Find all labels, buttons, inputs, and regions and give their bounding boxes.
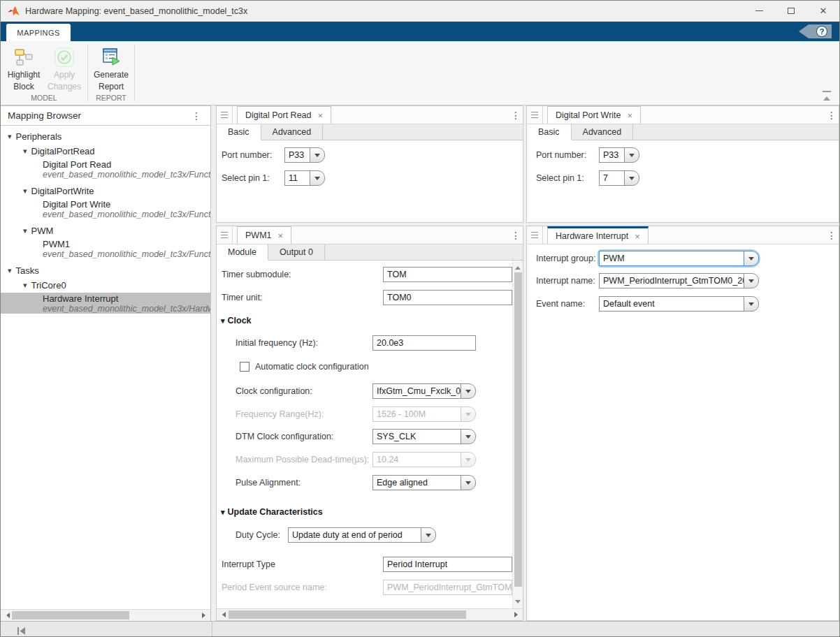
dropdown-arrow-icon[interactable] xyxy=(461,475,476,490)
mapping-browser-hscrollbar[interactable] xyxy=(1,609,210,621)
tree-item-digitalportwrite-group[interactable]: ▾DigitalPortWrite xyxy=(1,184,210,198)
tree-item-pwm1[interactable]: PWM1 event_based_monolithic_model_tc3x/F… xyxy=(1,238,210,259)
expand-arrow-icon[interactable]: ▾ xyxy=(8,266,12,275)
apply-changes-button[interactable]: Apply Changes xyxy=(44,45,85,92)
subtab-basic[interactable]: Basic xyxy=(527,124,572,140)
tree-item-digital-port-read[interactable]: Digital Port Read event_based_monolithic… xyxy=(1,159,210,180)
panel-drag-grip-icon[interactable] xyxy=(527,106,543,124)
timer-submodule-input[interactable]: TOM xyxy=(383,267,512,282)
panel-drag-grip-icon[interactable] xyxy=(217,106,233,124)
dropdown-arrow-icon[interactable] xyxy=(310,147,325,163)
tree-item-tricore0[interactable]: ▾TriCore0 xyxy=(1,278,210,293)
dropdown-arrow-icon[interactable] xyxy=(624,170,639,186)
scroll-left-icon[interactable] xyxy=(1,610,12,621)
dropdown-arrow-icon[interactable] xyxy=(624,147,639,163)
scroll-down-icon[interactable] xyxy=(513,597,523,608)
tab-digital-port-write[interactable]: Digital Port Write × xyxy=(547,106,641,124)
interrupt-name-dropdown[interactable]: PWM_PeriodInterrupt_GtmTOM0_20 xyxy=(599,273,759,288)
scroll-up-icon[interactable] xyxy=(513,261,523,272)
close-button[interactable]: ✕ xyxy=(807,1,839,21)
dropdown-arrow-icon[interactable] xyxy=(744,251,759,266)
tab-hardware-interrupt[interactable]: Hardware Interrupt × xyxy=(547,226,649,244)
subtab-module[interactable]: Module xyxy=(217,244,268,261)
maximize-icon xyxy=(788,8,795,14)
period-event-source-input[interactable]: PWM_PeriodInterrupt_GtmTOM0_20 xyxy=(383,580,512,595)
interrupt-group-label: Interrupt group: xyxy=(536,251,595,266)
collapse-panel-icon[interactable] xyxy=(17,625,26,637)
scroll-left-icon[interactable] xyxy=(217,609,228,620)
dropdown-arrow-icon[interactable] xyxy=(744,296,759,312)
expand-arrow-icon[interactable]: ▾ xyxy=(8,132,12,141)
generate-report-icon xyxy=(100,46,122,68)
select-pin-dropdown[interactable]: 11 xyxy=(284,170,325,186)
help-button[interactable]: ? xyxy=(799,24,832,38)
port-number-dropdown[interactable]: P33 xyxy=(599,147,639,163)
mapping-browser-tree: ▾Peripherals ▾DigitalPortRead Digital Po… xyxy=(1,126,210,608)
tree-item-pwm-group[interactable]: ▾PWM xyxy=(1,224,210,238)
maximize-button[interactable] xyxy=(775,1,807,21)
hscroll-thumb[interactable] xyxy=(12,611,129,620)
initial-frequency-input[interactable]: 20.0e3 xyxy=(372,335,476,351)
dropdown-arrow-icon[interactable] xyxy=(744,273,759,288)
event-name-dropdown[interactable]: Default event xyxy=(599,296,759,312)
collapse-toolstrip-icon[interactable] xyxy=(823,91,831,101)
subtab-output0[interactable]: Output 0 xyxy=(268,244,325,260)
tree-item-tasks[interactable]: ▾Tasks xyxy=(1,263,210,278)
duty-cycle-dropdown[interactable]: Update duty at end of period xyxy=(288,527,436,543)
toolstrip-section-report: Generate Report REPORT xyxy=(88,41,134,105)
pwm1-hscrollbar[interactable] xyxy=(217,608,523,620)
tab-close-icon[interactable]: × xyxy=(318,111,324,120)
max-deadtime-dropdown[interactable]: 10.24 xyxy=(372,452,476,467)
dropdown-arrow-icon[interactable] xyxy=(310,170,325,186)
panel-drag-grip-icon[interactable] xyxy=(527,226,543,244)
tab-close-icon[interactable]: × xyxy=(628,111,633,120)
pulse-alignment-dropdown[interactable]: Edge aligned xyxy=(372,475,476,490)
clock-section-header[interactable]: ▾Clock xyxy=(221,313,252,328)
port-number-dropdown[interactable]: P33 xyxy=(284,147,325,163)
highlight-block-button[interactable]: Highlight Block xyxy=(3,45,44,92)
tab-digital-port-read[interactable]: Digital Port Read × xyxy=(237,106,331,124)
panel-menu-icon[interactable]: ⋮ xyxy=(509,230,523,241)
dropdown-arrow-icon[interactable] xyxy=(461,383,476,399)
pwm1-vscrollbar[interactable] xyxy=(512,261,523,608)
frequency-range-dropdown[interactable]: 1526 - 100M xyxy=(372,407,476,422)
mapping-browser-menu-icon[interactable]: ⋮ xyxy=(189,110,203,122)
tree-item-digital-port-write[interactable]: Digital Port Write event_based_monolithi… xyxy=(1,198,210,219)
tree-item-peripherals[interactable]: ▾Peripherals xyxy=(1,129,210,144)
tab-close-icon[interactable]: × xyxy=(635,232,640,241)
minimize-button[interactable] xyxy=(743,1,775,21)
expand-arrow-icon[interactable]: ▾ xyxy=(23,281,27,290)
expand-arrow-icon[interactable]: ▾ xyxy=(23,226,27,235)
tab-pwm1[interactable]: PWM1 × xyxy=(237,226,291,244)
tree-item-digitalportread-group[interactable]: ▾DigitalPortRead xyxy=(1,144,210,159)
hscroll-thumb[interactable] xyxy=(229,610,466,619)
panel-drag-grip-icon[interactable] xyxy=(217,226,233,244)
vscroll-thumb[interactable] xyxy=(514,272,522,587)
expand-arrow-icon[interactable]: ▾ xyxy=(23,186,27,196)
expand-arrow-icon[interactable]: ▾ xyxy=(23,147,27,156)
subtab-basic[interactable]: Basic xyxy=(217,124,261,140)
panel-menu-icon[interactable]: ⋮ xyxy=(825,230,839,241)
clock-configuration-dropdown[interactable]: IfxGtm_Cmu_Fxclk_0 xyxy=(372,383,476,399)
window-controls: ✕ xyxy=(743,1,839,21)
scroll-right-icon[interactable] xyxy=(199,610,210,621)
dtm-clock-dropdown[interactable]: SYS_CLK xyxy=(372,429,476,444)
timer-unit-input[interactable]: TOM0 xyxy=(383,290,512,305)
subtab-advanced[interactable]: Advanced xyxy=(572,124,634,140)
panel-menu-icon[interactable]: ⋮ xyxy=(825,110,839,121)
panel-menu-icon[interactable]: ⋮ xyxy=(509,110,523,121)
tab-mappings[interactable]: MAPPINGS xyxy=(6,24,71,41)
subtab-advanced[interactable]: Advanced xyxy=(261,124,324,140)
dropdown-arrow-icon[interactable] xyxy=(461,429,476,444)
dropdown-arrow-icon[interactable] xyxy=(421,527,436,543)
automatic-clock-checkbox[interactable] xyxy=(240,362,249,372)
tab-close-icon[interactable]: × xyxy=(278,231,284,240)
digital-port-read-content: Port number: P33 Select pin 1: 11 xyxy=(217,140,523,222)
update-characteristics-section-header[interactable]: ▾Update Characteristics xyxy=(221,504,323,520)
tree-item-hardware-interrupt[interactable]: Hardware Interrupt event_based_monolithi… xyxy=(1,293,210,314)
interrupt-type-input[interactable]: Period Interrupt xyxy=(383,557,512,572)
interrupt-group-dropdown[interactable]: PWM xyxy=(599,251,759,266)
select-pin-dropdown[interactable]: 7 xyxy=(599,170,639,186)
scroll-right-icon[interactable] xyxy=(512,609,523,620)
generate-report-button[interactable]: Generate Report xyxy=(91,45,131,92)
